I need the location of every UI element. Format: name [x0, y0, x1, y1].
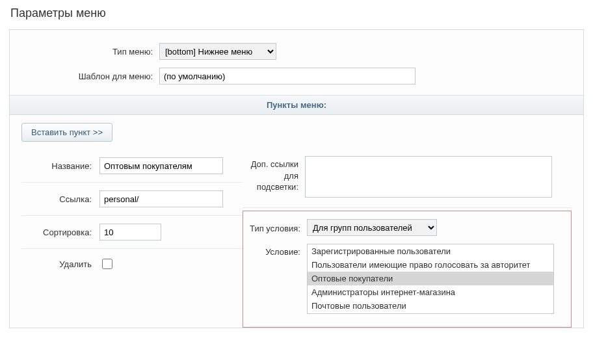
condition-option[interactable]: Оптовые покупатели [308, 272, 553, 285]
insert-item-button[interactable]: Вставить пункт >> [21, 123, 112, 142]
name-label: Название: [21, 161, 99, 171]
delete-label: Удалить [21, 259, 99, 269]
template-label: Шаблон для меню: [10, 72, 159, 81]
condition-label: Условие: [244, 244, 307, 258]
condition-option[interactable]: Администраторы интернет-магазина [308, 285, 553, 299]
condition-listbox[interactable]: Зарегистрированные пользователиПользоват… [307, 244, 554, 314]
sort-label: Сортировка: [21, 228, 99, 237]
delete-checkbox[interactable] [102, 259, 112, 269]
settings-panel: Тип меню: [bottom] Нижнее меню Шаблон дл… [9, 29, 584, 328]
link-input[interactable] [99, 190, 223, 207]
page-title: Параметры меню [10, 6, 584, 20]
item-right-column: Доп. ссылки для подсветки: Тип условия: … [243, 150, 572, 328]
condition-option[interactable]: Зарегистрированные пользователи [308, 244, 553, 258]
condtype-label: Тип условия: [244, 220, 307, 235]
menu-type-label: Тип меню: [10, 47, 159, 57]
menu-type-select[interactable]: [bottom] Нижнее меню [159, 43, 276, 60]
top-section: Тип меню: [bottom] Нижнее меню Шаблон дл… [10, 30, 583, 95]
addlinks-textarea[interactable] [305, 156, 552, 198]
link-label: Ссылка: [21, 194, 99, 204]
condition-option[interactable]: Почтовые пользователи [308, 299, 553, 313]
condition-group: Тип условия: Для групп пользователей Усл… [243, 211, 572, 328]
section-header-menu-items: Пункты меню: [10, 95, 583, 115]
item-left-column: Название: Ссылка: Сортировка: Удалить [21, 150, 243, 328]
name-input[interactable] [99, 157, 223, 174]
template-input[interactable] [159, 68, 415, 84]
addlinks-label: Доп. ссылки для подсветки: [243, 156, 305, 193]
condition-option[interactable]: Пользователи имеющие право голосовать за… [308, 258, 553, 272]
condtype-select[interactable]: Для групп пользователей [307, 219, 437, 236]
sort-input[interactable] [99, 224, 161, 240]
